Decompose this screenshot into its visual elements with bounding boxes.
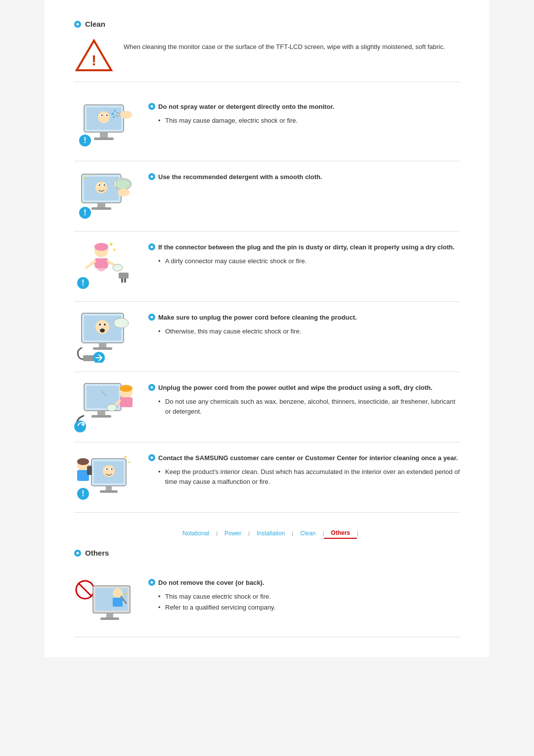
svg-point-35 xyxy=(94,243,108,251)
nav-bar: Notational | Power | Installation | Clea… xyxy=(74,527,460,539)
svg-rect-63 xyxy=(91,415,111,418)
svg-rect-9 xyxy=(100,132,108,138)
svg-text:✦: ✦ xyxy=(83,176,87,181)
item-samsung-service-bullets: Keep the product's interior clean. Dust … xyxy=(148,467,460,488)
svg-point-70 xyxy=(107,404,117,411)
heading-dot xyxy=(148,314,155,321)
nav-sep-5: | xyxy=(357,530,358,536)
illus-no-cover: ✦ xyxy=(74,576,138,628)
bullet-item: This may cause damage, electric shock or… xyxy=(158,116,460,126)
svg-point-67 xyxy=(120,385,133,392)
heading-dot xyxy=(148,173,155,180)
svg-line-37 xyxy=(87,261,95,268)
svg-text:!: ! xyxy=(84,136,86,144)
svg-point-39 xyxy=(113,264,123,271)
svg-rect-26 xyxy=(97,203,105,208)
bullet-item: Do not use any chemicals such as wax, be… xyxy=(158,397,460,418)
item-soft-dry-cloth-content: Unplug the power cord from the power out… xyxy=(148,381,460,418)
item-samsung-service-content: Contact the SAMSUNG customer care center… xyxy=(148,451,460,488)
svg-point-15 xyxy=(112,113,114,115)
bullet-item: Otherwise, this may cause electric shock… xyxy=(158,327,460,337)
others-section-title: Others xyxy=(74,549,460,557)
svg-point-25 xyxy=(104,185,105,186)
clean-title-dot xyxy=(74,21,81,28)
item-soft-dry-cloth: Unplug the power cord from the power out… xyxy=(74,372,460,442)
svg-rect-62 xyxy=(97,411,105,416)
nav-others[interactable]: Others xyxy=(324,527,357,539)
svg-rect-41 xyxy=(121,279,123,283)
svg-text:✦: ✦ xyxy=(124,454,128,460)
item-connector: ✦ ✦ ! If the connector between the plug … xyxy=(74,232,460,302)
svg-point-59 xyxy=(114,318,129,328)
illus-samsung-service: ✦ ✦ ! xyxy=(74,451,138,503)
illus-no-spray: ! xyxy=(74,100,138,152)
item-connector-bullets: A dirty connector may cause electric sho… xyxy=(148,256,460,267)
svg-point-4 xyxy=(98,111,110,123)
item-no-spray-bullets: This may cause damage, electric shock or… xyxy=(148,116,460,126)
item-unplug-before-bullets: Otherwise, this may cause electric shock… xyxy=(148,327,460,337)
nav-notational[interactable]: Notational xyxy=(176,528,216,539)
svg-point-14 xyxy=(114,110,116,112)
svg-rect-36 xyxy=(95,258,108,268)
item-no-cover-heading: Do not remove the cover (or back). xyxy=(148,578,460,588)
others-title-dot xyxy=(74,550,81,557)
clean-title-text: Clean xyxy=(85,20,105,28)
item-connector-heading: If the connector between the plug and th… xyxy=(148,242,460,252)
item-unplug-before: Make sure to unplug the power cord befor… xyxy=(74,302,460,372)
item-no-cover-bullets: This may cause electric shock or fire. R… xyxy=(148,592,460,614)
svg-point-81 xyxy=(77,458,89,465)
svg-point-64 xyxy=(74,421,86,432)
svg-rect-96 xyxy=(113,598,123,607)
item-unplug-before-content: Make sure to unplug the power cord befor… xyxy=(148,311,460,337)
svg-rect-93 xyxy=(106,613,113,618)
svg-text:!: ! xyxy=(82,279,84,287)
svg-text:!: ! xyxy=(84,208,86,217)
heading-dot xyxy=(148,454,155,461)
svg-rect-10 xyxy=(94,138,114,140)
illus-unplug-before xyxy=(74,311,138,363)
item-connector-content: If the connector between the plug and th… xyxy=(148,240,460,267)
item-samsung-service: ✦ ✦ ! Contact the SAMSUNG customer care … xyxy=(74,442,460,513)
item-no-spray: ! Do not spray water or detergent direct… xyxy=(74,91,460,161)
nav-clean[interactable]: Clean xyxy=(293,528,322,539)
clean-section-title: Clean xyxy=(74,20,460,28)
svg-point-29 xyxy=(118,189,130,196)
nav-power[interactable]: Power xyxy=(218,528,248,539)
bullet-item: A dirty connector may cause electric sho… xyxy=(158,256,460,267)
heading-dot xyxy=(148,103,155,110)
illus-smooth-cloth: ✦ ✦ ! xyxy=(74,170,138,222)
svg-text:✦: ✦ xyxy=(88,173,91,177)
item-smooth-cloth: ✦ ✦ ! Use the recommended detergent with… xyxy=(74,161,460,232)
others-title-text: Others xyxy=(85,549,109,557)
svg-point-53 xyxy=(104,324,106,326)
svg-rect-83 xyxy=(87,466,92,475)
svg-rect-57 xyxy=(83,355,94,361)
heading-dot xyxy=(148,384,155,391)
svg-text:✦: ✦ xyxy=(113,247,117,252)
warning-triangle-icon: ! xyxy=(74,38,114,73)
heading-dot xyxy=(148,243,155,250)
svg-point-21 xyxy=(95,182,107,193)
item-soft-dry-cloth-heading: Unplug the power cord from the power out… xyxy=(148,383,460,393)
svg-rect-42 xyxy=(124,279,126,283)
heading-dot xyxy=(148,579,155,586)
svg-point-11 xyxy=(120,111,132,119)
svg-rect-27 xyxy=(91,207,111,210)
item-smooth-cloth-content: Use the recommended detergent with a smo… xyxy=(148,170,460,186)
page-container: Clean ! When cleaning the monitor case o… xyxy=(44,0,490,657)
svg-point-16 xyxy=(113,116,115,118)
svg-point-6 xyxy=(101,115,103,116)
illus-soft-dry-cloth xyxy=(74,381,138,433)
svg-text:!: ! xyxy=(91,52,96,68)
svg-rect-55 xyxy=(99,343,106,348)
svg-rect-94 xyxy=(100,617,119,620)
nav-installation[interactable]: Installation xyxy=(250,528,292,539)
svg-point-75 xyxy=(106,469,108,470)
svg-text:!: ! xyxy=(82,489,84,498)
svg-text:✦: ✦ xyxy=(128,460,131,465)
svg-point-54 xyxy=(100,329,105,332)
item-unplug-before-heading: Make sure to unplug the power cord befor… xyxy=(148,313,460,323)
illus-connector: ✦ ✦ ! xyxy=(74,240,138,292)
svg-text:✦: ✦ xyxy=(109,241,114,248)
svg-rect-40 xyxy=(119,273,129,279)
